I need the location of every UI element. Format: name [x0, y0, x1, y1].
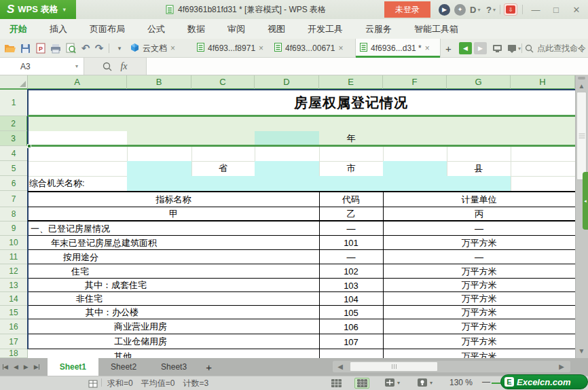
column-header-D[interactable]: D [255, 75, 319, 90]
row-header-9[interactable]: 9 [0, 221, 28, 236]
cell-B6-G6-filled[interactable] [127, 176, 511, 191]
header-unit[interactable]: 计量单位 [383, 192, 575, 207]
undo-icon[interactable]: ↶ [79, 41, 92, 55]
table-row-13[interactable]: 其中：成套住宅103万平方米 [28, 279, 575, 292]
cell-C5-province[interactable]: 省 [191, 161, 255, 176]
cell-F5-filled[interactable] [383, 161, 447, 176]
indicator-name-cell[interactable]: 非住宅 [76, 292, 316, 306]
row-header-14[interactable]: 14 [0, 292, 28, 306]
sheet-tab-Sheet1[interactable]: Sheet1 [48, 358, 98, 376]
row-header-10[interactable]: 10 [0, 236, 28, 250]
ribbon-tab-公式[interactable]: 公式 [147, 23, 165, 35]
row-header-13[interactable]: 13 [0, 279, 28, 292]
unit-cell[interactable]: 万平方米 [383, 292, 575, 306]
column-header-A[interactable]: A [28, 75, 127, 90]
row-header-4[interactable]: 4 [0, 146, 28, 161]
reading-mode-control[interactable]: ▾ [417, 378, 433, 387]
help-icon[interactable]: ? ▾ [486, 3, 496, 16]
row-header-17[interactable]: 17 [0, 334, 28, 349]
close-icon[interactable]: × [425, 43, 430, 53]
close-icon[interactable]: × [259, 43, 263, 53]
unit-cell[interactable]: — [383, 221, 575, 236]
save-icon[interactable] [18, 41, 32, 55]
unit-cell[interactable]: 万平方米 [383, 264, 575, 279]
code-cell[interactable]: 106 [319, 319, 383, 334]
doc-tab-4[interactable]: 4f6936...d31 *× [355, 39, 441, 58]
column-header-G[interactable]: G [447, 75, 511, 90]
open-file-icon[interactable] [3, 41, 16, 55]
selection-row2[interactable] [28, 116, 575, 131]
close-icon[interactable]: × [338, 43, 343, 53]
cell-B5-filled[interactable] [127, 161, 191, 176]
indicator-name-cell[interactable]: 按用途分 [63, 250, 316, 264]
tab-scroll-right-button[interactable]: ▶ [474, 42, 487, 54]
sheet-tab-Sheet2[interactable]: Sheet2 [98, 358, 149, 376]
indicator-name-cell[interactable]: 年末已登记房屋总建筑面积 [51, 236, 316, 250]
indicator-name-cell[interactable]: 住宅 [71, 264, 316, 279]
ribbon-tab-云服务[interactable]: 云服务 [365, 23, 392, 35]
ribbon-tab-数据[interactable]: 数据 [187, 23, 205, 35]
wps-app-menu-button[interactable]: S WPS 表格 ▾ [0, 0, 76, 19]
cell-D5-filled[interactable] [255, 161, 319, 176]
unit-cell[interactable]: 万平方米 [383, 279, 575, 292]
code-cell[interactable]: 105 [319, 306, 383, 319]
header-sub-bing[interactable]: 丙 [383, 207, 575, 220]
code-cell[interactable] [319, 352, 383, 358]
column-header-H[interactable]: H [511, 75, 575, 90]
row-header-15[interactable]: 15 [0, 306, 28, 319]
table-row-11[interactable]: 按用途分—— [28, 250, 575, 264]
table-row-14[interactable]: 非住宅104万平方米 [28, 292, 575, 306]
tab-list-icon[interactable]: ▾ [505, 41, 523, 55]
tab-scroll-left-button[interactable]: ◀ [459, 42, 472, 54]
print-preview-icon[interactable] [64, 41, 77, 55]
ribbon-tab-审阅[interactable]: 审阅 [227, 23, 245, 35]
unit-cell[interactable]: 万平方米 [383, 306, 575, 319]
share-screen-icon[interactable] [490, 41, 504, 55]
close-icon[interactable]: × [170, 43, 175, 53]
ribbon-tab-页面布局[interactable]: 页面布局 [90, 23, 125, 35]
column-header-E[interactable]: E [319, 75, 383, 90]
column-header-C[interactable]: C [191, 75, 255, 90]
ribbon-tab-智能工具箱[interactable]: 智能工具箱 [414, 23, 458, 35]
ribbon-tab-视图[interactable]: 视图 [268, 23, 285, 35]
search-function-icon[interactable] [103, 62, 112, 71]
maximize-button[interactable]: □ [547, 0, 565, 19]
code-cell[interactable]: — [319, 221, 383, 236]
row-header-11[interactable]: 11 [0, 250, 28, 264]
indicator-name-cell[interactable]: 其中：成套住宅 [85, 279, 316, 292]
header-sub-yi[interactable]: 乙 [319, 207, 383, 220]
minimize-button[interactable]: — [527, 0, 545, 19]
skin-icon[interactable]: ✦ [454, 3, 466, 16]
doc-tab-2[interactable]: 4f693...f8971× [193, 39, 269, 58]
export-pdf-icon[interactable]: P [34, 41, 48, 55]
unit-cell[interactable]: 万平方米 [383, 352, 575, 358]
last-sheet-icon[interactable]: ▶ [34, 364, 39, 370]
row-header-6[interactable]: 6 [0, 176, 28, 191]
selection-fill-handle[interactable] [27, 144, 31, 148]
split-handle[interactable] [578, 77, 585, 79]
toolbar-more-icon[interactable]: ▾ [113, 41, 126, 55]
print-icon[interactable] [49, 41, 62, 55]
table-row-15[interactable]: 其中：办公楼105万平方米 [28, 306, 575, 319]
name-box[interactable]: A3 ▾ [0, 58, 84, 75]
header-code[interactable]: 代码 [319, 192, 383, 207]
table-row-18[interactable]: 其他万平方米 [28, 349, 575, 358]
sheet-title[interactable]: 房屋权属登记情况 [127, 90, 575, 116]
ribbon-tab-插入[interactable]: 插入 [50, 23, 67, 35]
table-row-12[interactable]: 住宅102万平方米 [28, 264, 575, 279]
new-document-tab-button[interactable]: + [445, 39, 452, 58]
horizontal-scroll-thumb[interactable] [350, 361, 438, 372]
close-button[interactable]: ✕ [568, 0, 585, 19]
ribbon-tab-开发工具[interactable]: 开发工具 [308, 23, 343, 35]
zoom-out-button[interactable]: — [482, 377, 490, 387]
row-header-12[interactable]: 12 [0, 264, 28, 279]
ribbon-tab-开始[interactable]: 开始 [10, 23, 27, 35]
command-search[interactable]: 点此查找命令 [525, 39, 586, 58]
docer-icon[interactable]: D ▾ [470, 3, 480, 16]
row-header-5[interactable]: 5 [0, 161, 28, 176]
row-header-8[interactable]: 8 [0, 207, 28, 221]
indicator-name-cell[interactable]: 其中：办公楼 [86, 306, 316, 319]
unit-cell[interactable]: 万平方米 [383, 334, 575, 349]
task-pane-collapse-tab[interactable]: ◂ [583, 172, 588, 230]
prev-sheet-icon[interactable]: ◀ [14, 364, 18, 370]
